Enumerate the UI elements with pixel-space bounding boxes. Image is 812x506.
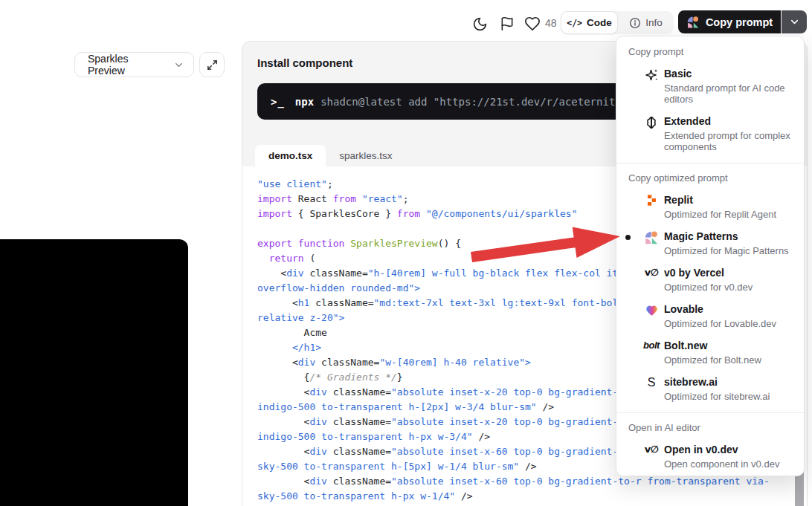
flag-button[interactable]	[498, 15, 516, 33]
chevron-down-icon	[789, 16, 800, 27]
tab-info-label: Info	[645, 17, 663, 28]
tab-code[interactable]: </> Code	[561, 11, 618, 34]
menu-item-bolt[interactable]: bolt Bolt.new Optimized for Bolt.new	[616, 334, 804, 371]
sitebrew-logo: S	[648, 376, 656, 389]
menu-item-basic[interactable]: Basic Standard prompt for AI code editor…	[616, 62, 804, 110]
menu-item-title: Open in v0.dev	[664, 443, 793, 456]
heart-icon	[524, 16, 541, 32]
menu-item-title: Bolt.new	[664, 339, 793, 352]
menu-item-desc: Optimized for Magic Patterns	[664, 245, 793, 256]
lovable-logo	[645, 303, 659, 317]
file-tabs: demo.tsx sparkles.tsx	[255, 145, 406, 166]
terminal-command: shadcn@latest add "https://21st.dev/r/ac…	[320, 96, 622, 108]
code-icon: </>	[567, 18, 582, 28]
component-preview-panel	[0, 239, 188, 506]
menu-item-sitebrew[interactable]: S sitebrew.ai Optimized for sitebrew.ai	[616, 371, 804, 407]
menu-item-replit[interactable]: Replit Optimized for Replit Agent	[616, 189, 804, 225]
v0-logo: v∅	[645, 444, 659, 455]
likes-count: 48	[545, 17, 557, 29]
menu-separator	[616, 412, 804, 413]
install-title: Install component	[257, 56, 352, 69]
menu-item-lovable[interactable]: Lovable Optimized for Lovable.dev	[616, 298, 804, 334]
flag-icon	[500, 16, 515, 31]
chevron-down-icon	[173, 59, 184, 71]
menu-item-extended[interactable]: Extended Extended prompt for complex com…	[616, 110, 804, 158]
component-selector-label: Sparkles Preview	[88, 53, 166, 77]
component-selector[interactable]: Sparkles Preview	[74, 52, 194, 77]
menu-item-magic-patterns[interactable]: Magic Patterns Optimized for Magic Patte…	[616, 225, 804, 262]
menu-item-desc: Extended prompt for complex components	[664, 130, 793, 152]
fullscreen-button[interactable]	[199, 52, 225, 77]
menu-section-open: Open in AI editor	[616, 420, 804, 438]
menu-item-desc: Open component in v0.dev	[664, 458, 793, 470]
menu-item-open-v0[interactable]: v∅ Open in v0.dev Open component in v0.d…	[616, 438, 804, 475]
menu-item-title: Replit	[664, 193, 793, 207]
tab-sparkles-tsx[interactable]: sparkles.tsx	[326, 145, 405, 166]
sparkles-icon	[644, 68, 659, 82]
code-line: sky-500 to-transparent h-px w-1/4" />	[257, 489, 808, 504]
tab-info[interactable]: Info	[618, 11, 674, 34]
menu-item-title: Magic Patterns	[664, 230, 793, 243]
bolt-logo: bolt	[643, 340, 660, 351]
menu-section-copy-prompt: Copy prompt	[616, 44, 804, 62]
tab-demo-label: demo.tsx	[268, 150, 312, 161]
menu-item-title: Lovable	[664, 302, 793, 316]
menu-item-v0[interactable]: v∅ v0 by Vercel Optimized for v0.dev	[616, 262, 804, 298]
magic-patterns-logo	[644, 230, 659, 245]
view-switcher: </> Code Info	[561, 11, 674, 34]
dark-mode-toggle[interactable]	[471, 15, 489, 33]
menu-item-desc: Optimized for Replit Agent	[664, 209, 793, 220]
terminal-bin: npx	[295, 96, 314, 108]
menu-item-desc: Optimized for v0.dev	[664, 282, 793, 293]
tab-demo-tsx[interactable]: demo.tsx	[255, 145, 326, 166]
tab-code-label: Code	[587, 17, 612, 28]
code-line: <div className="absolute inset-x-60 top-…	[257, 474, 808, 489]
menu-item-desc: Optimized for Lovable.dev	[664, 318, 793, 329]
copy-prompt-dropdown-toggle[interactable]	[782, 10, 807, 33]
expand-icon	[207, 59, 218, 71]
moon-icon	[472, 16, 488, 32]
menu-item-desc: Optimized for sitebrew.ai	[664, 391, 793, 402]
brain-icon	[644, 115, 659, 130]
like-button[interactable]	[523, 15, 541, 33]
copy-prompt-menu: Copy prompt Basic Standard prompt for AI…	[616, 36, 805, 476]
menu-item-desc: Optimized for Bolt.new	[664, 354, 793, 366]
info-icon	[629, 17, 641, 29]
menu-item-desc: Standard prompt for AI code editors	[664, 82, 793, 105]
copy-prompt-label: Copy prompt	[706, 16, 773, 28]
copy-prompt-button[interactable]: Copy prompt	[678, 10, 781, 33]
menu-section-optimized: Copy optimized prompt	[616, 170, 804, 189]
terminal-prompt-icon: >_	[271, 96, 285, 108]
replit-logo	[645, 194, 658, 207]
v0-logo: v∅	[645, 267, 659, 278]
menu-item-title: Extended	[664, 114, 793, 128]
menu-item-title: sitebrew.ai	[664, 375, 793, 389]
page: 48 </> Code Info Copy prompt Sparkles Pr…	[0, 0, 812, 506]
menu-item-title: v0 by Vercel	[664, 266, 793, 279]
menu-separator	[616, 163, 804, 163]
magic-patterns-logo-icon	[686, 16, 700, 29]
tab-sparkles-label: sparkles.tsx	[339, 150, 392, 161]
menu-item-title: Basic	[664, 67, 793, 80]
selected-indicator-dot	[625, 235, 631, 240]
